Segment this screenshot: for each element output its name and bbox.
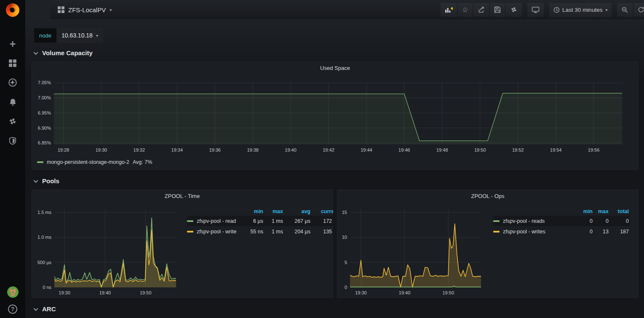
zoom-out-button[interactable]	[617, 3, 633, 17]
panel-title-used-space[interactable]: Used Space	[32, 62, 638, 74]
svg-text:19:28: 19:28	[58, 147, 69, 152]
add-panel-icon	[445, 6, 453, 13]
panel-title-zpool-time[interactable]: ZPOOL - Time	[32, 190, 332, 202]
svg-text:19:44: 19:44	[361, 147, 372, 152]
chevron-down-icon: ▾	[605, 8, 607, 12]
used-space-legend-item[interactable]: mongo-persistent-storage-mongo-2 Avg: 7%	[37, 159, 152, 165]
legend-header-min[interactable]: min	[243, 207, 264, 216]
zpool-ops-legend: min max total zfspv-pool - reads 0 0 0	[493, 207, 636, 237]
star-icon: ☆	[462, 6, 468, 13]
sidebar-item-configuration[interactable]	[5, 116, 20, 126]
svg-text:19:32: 19:32	[134, 147, 145, 152]
variable-value: 10.63.10.18	[61, 32, 93, 39]
sidebar-item-alerting[interactable]	[5, 97, 20, 107]
legend-series-write[interactable]: zfspv-pool - write	[187, 226, 243, 237]
add-panel-button[interactable]	[441, 3, 457, 17]
shield-icon	[8, 136, 17, 145]
section-arc[interactable]: ARC	[34, 305, 56, 313]
zpool-ops-chart[interactable]: 05101519:3019:4019:50	[337, 202, 483, 297]
stat-min: 55 ns	[243, 226, 264, 237]
sidebar-item-server-admin[interactable]	[5, 136, 20, 146]
legend-series-reads[interactable]: zfspv-pool - reads	[493, 216, 570, 226]
section-title: Pools	[42, 177, 59, 184]
svg-text:500 µs: 500 µs	[37, 260, 52, 265]
svg-text:19:42: 19:42	[323, 147, 334, 152]
stat-min: 0	[570, 216, 593, 226]
used-space-chart[interactable]: 6.85%6.90%6.95%7.00%7.05%19:2819:3019:32…	[32, 74, 638, 158]
series-name: zfspv-pool - write	[197, 229, 236, 235]
svg-text:19:30: 19:30	[59, 290, 70, 295]
svg-text:19:54: 19:54	[550, 147, 562, 152]
grafana-flame-icon	[6, 3, 19, 17]
dashboards-icon	[9, 59, 16, 67]
legend-header-max[interactable]: max	[264, 207, 284, 216]
sidebar-item-create[interactable]: +	[5, 39, 20, 49]
legend-series-read[interactable]: zfspv-pool - read	[187, 216, 243, 226]
legend-series-writes[interactable]: zfspv-pool - writes	[493, 226, 570, 237]
series-name: mongo-persistent-storage-mongo-2	[47, 159, 129, 165]
svg-text:7.05%: 7.05%	[38, 80, 51, 85]
stat-current: 172 µs	[311, 216, 333, 226]
user-avatar[interactable]	[7, 286, 19, 298]
chevron-down-icon	[33, 306, 38, 310]
star-dashboard-button[interactable]: ☆	[458, 3, 473, 17]
monitor-icon	[532, 6, 540, 13]
plus-icon: +	[10, 40, 16, 48]
cycle-view-mode-button[interactable]	[527, 3, 544, 17]
bell-icon	[8, 98, 17, 107]
save-icon	[494, 6, 501, 13]
svg-text:0 ns: 0 ns	[43, 285, 51, 290]
dashboard-title-button[interactable]: ZFS-LocalPV ▾	[51, 6, 112, 13]
series-color-dash	[187, 220, 193, 222]
svg-text:19:34: 19:34	[171, 147, 183, 152]
legend-header-total[interactable]: total	[609, 207, 630, 216]
svg-text:19:30: 19:30	[355, 290, 367, 295]
refresh-icon	[638, 6, 644, 13]
series-name: zfspv-pool - read	[197, 218, 236, 224]
sidebar-item-dashboards[interactable]	[5, 58, 20, 68]
svg-text:19:52: 19:52	[512, 147, 524, 152]
sidebar: +	[0, 0, 25, 318]
panel-zpool-ops: ZPOOL - Ops 05101519:3019:4019:50 min ma…	[337, 190, 639, 298]
chevron-down-icon	[33, 178, 38, 182]
variable-label: node	[34, 28, 56, 43]
svg-text:19:36: 19:36	[209, 147, 221, 152]
share-dashboard-button[interactable]	[473, 3, 489, 17]
svg-text:19:40: 19:40	[99, 290, 111, 295]
stat-max: 13	[593, 226, 609, 237]
sidebar-item-explore[interactable]	[5, 77, 20, 88]
help-icon[interactable]: ?	[8, 305, 17, 314]
legend-header-min[interactable]: min	[570, 207, 593, 216]
section-title: Volume Capacity	[42, 49, 93, 56]
svg-text:6.85%: 6.85%	[38, 140, 51, 145]
dashboard-settings-button[interactable]	[506, 3, 522, 17]
series-color-dash	[37, 161, 43, 163]
section-pools[interactable]: Pools	[34, 177, 59, 184]
save-dashboard-button[interactable]	[490, 3, 505, 17]
stat-current: 135 µs	[311, 226, 333, 237]
refresh-picker[interactable]: 10s ▾	[633, 3, 644, 17]
svg-text:19:30: 19:30	[96, 147, 107, 152]
svg-text:19:48: 19:48	[436, 147, 448, 152]
stat-min: 0	[570, 226, 593, 237]
time-range-picker[interactable]: Last 30 minutes ▾	[549, 3, 612, 17]
grafana-logo[interactable]	[0, 0, 25, 20]
variable-node-picker[interactable]: node 10.63.10.18 ▾	[34, 28, 103, 43]
svg-text:19:40: 19:40	[399, 290, 411, 295]
panel-zpool-time: ZPOOL - Time 0 ns500 µs1.0 ms1.5 ms19:30…	[32, 190, 333, 298]
series-avg: Avg: 7%	[133, 159, 152, 165]
section-volume-capacity[interactable]: Volume Capacity	[34, 49, 93, 56]
compass-icon	[8, 78, 17, 87]
chevron-down-icon: ▾	[110, 8, 112, 12]
dashboard-main: ZFS-LocalPV ▾ ☆	[25, 0, 644, 318]
stat-avg: 267 µs	[284, 216, 311, 226]
stat-total: 187	[609, 226, 630, 237]
legend-header-max[interactable]: max	[593, 207, 609, 216]
dashboard-grid-icon	[58, 6, 64, 13]
svg-text:15: 15	[342, 210, 347, 215]
legend-header-avg[interactable]: avg	[284, 207, 311, 216]
zpool-time-chart[interactable]: 0 ns500 µs1.0 ms1.5 ms19:3019:4019:50	[32, 202, 177, 297]
zoom-out-icon	[621, 6, 628, 13]
legend-header-current[interactable]: current	[311, 207, 333, 216]
panel-title-zpool-ops[interactable]: ZPOOL - Ops	[337, 190, 638, 202]
